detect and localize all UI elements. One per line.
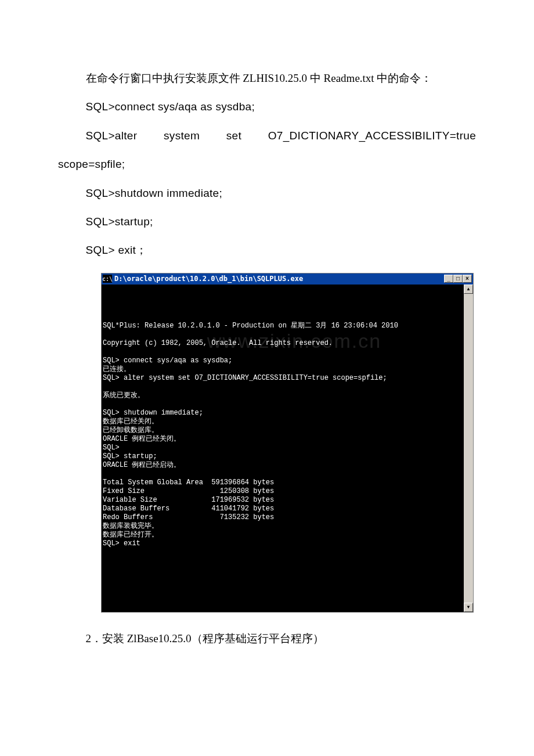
minimize-button[interactable]: _ — [444, 275, 453, 283]
intro-paragraph: 在命令行窗口中执行安装原文件 ZLHIS10.25.0 中 Readme.txt… — [58, 64, 476, 92]
window-buttons: _ □ × — [444, 275, 472, 283]
scroll-down-button[interactable]: ▼ — [464, 603, 473, 612]
console-area: SQL*Plus: Release 10.2.0.1.0 - Productio… — [102, 285, 473, 612]
window-title: D:\oracle\product\10.2.0\db_1\bin\SQLPLU… — [114, 275, 303, 283]
sql-command-exit: SQL> exit； — [58, 236, 476, 264]
scroll-up-button[interactable]: ▲ — [464, 285, 473, 294]
sql-command-startup: SQL>startup; — [58, 207, 476, 236]
close-button[interactable]: × — [463, 275, 472, 283]
scrollbar[interactable]: ▲ ▼ — [464, 285, 473, 612]
sql-command-connect: SQL>connect sys/aqa as sysdba; — [58, 92, 476, 121]
window-titlebar: c:\ D:\oracle\product\10.2.0\db_1\bin\SQ… — [102, 273, 473, 285]
cmd-icon: c:\ — [103, 275, 112, 283]
console-output[interactable]: SQL*Plus: Release 10.2.0.1.0 - Productio… — [102, 285, 464, 612]
console-lines: SQL*Plus: Release 10.2.0.1.0 - Productio… — [103, 313, 463, 548]
step-2: 2．安装 ZlBase10.25.0（程序基础运行平台程序） — [58, 624, 476, 653]
console-window: c:\ D:\oracle\product\10.2.0\db_1\bin\SQ… — [101, 273, 474, 613]
sql-command-shutdown: SQL>shutdown immediate; — [58, 179, 476, 207]
maximize-button[interactable]: □ — [453, 275, 463, 283]
document-page: 在命令行窗口中执行安装原文件 ZLHIS10.25.0 中 Readme.txt… — [0, 0, 534, 687]
sql-command-alter: SQL>alter system set O7_DICTIONARY_ACCES… — [58, 121, 476, 179]
